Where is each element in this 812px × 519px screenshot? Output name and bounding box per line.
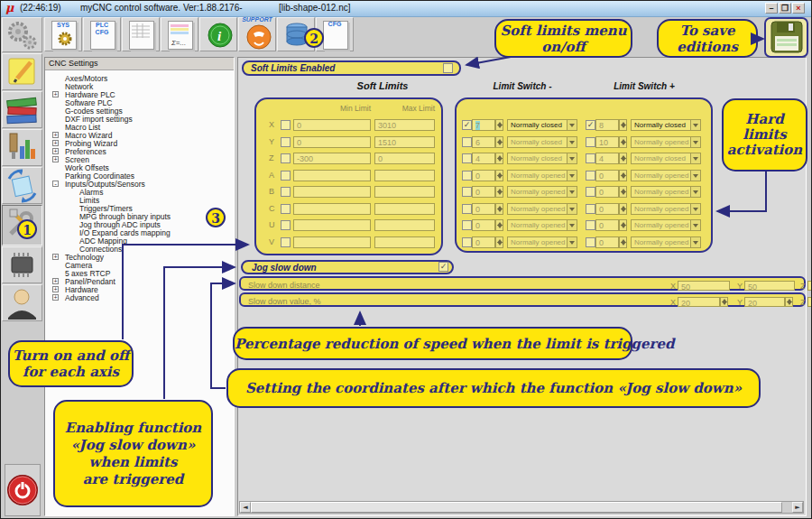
ls-minus-mode-dropdown[interactable]: Normally opened [507, 219, 577, 231]
ls-plus-checkbox[interactable] [586, 187, 595, 197]
toolbar-table-doc-button[interactable] [122, 17, 160, 51]
power-off-button[interactable] [5, 464, 41, 516]
ls-minus-port-input[interactable]: 0 [472, 236, 495, 248]
ls-plus-port-input[interactable]: 0 [595, 186, 619, 198]
minimize-button[interactable]: – [765, 3, 778, 14]
ls-minus-spinner[interactable] [495, 153, 503, 164]
tree-expander[interactable]: + [52, 132, 59, 138]
distance-input[interactable]: 20 [807, 281, 812, 291]
ls-plus-port-input[interactable]: 8 [595, 119, 619, 131]
axis-enable-checkbox[interactable] [281, 137, 291, 147]
value-input[interactable]: 20 [807, 297, 812, 307]
max-limit-input[interactable]: 3010 [374, 119, 435, 131]
min-limit-input[interactable]: 0 [293, 136, 371, 148]
tree-expander[interactable]: - [52, 181, 59, 187]
edit-note-button[interactable] [2, 53, 42, 90]
ls-minus-spinner[interactable] [495, 203, 503, 215]
max-limit-input[interactable] [374, 170, 435, 181]
max-limit-input[interactable]: 0 [374, 153, 435, 164]
max-limit-input[interactable] [374, 203, 435, 215]
ls-minus-port-input[interactable]: 0 [472, 219, 495, 231]
ls-plus-checkbox[interactable] [586, 237, 595, 247]
dropdown-arrow-icon[interactable] [690, 204, 700, 214]
ls-minus-checkbox[interactable] [462, 187, 472, 197]
distance-input[interactable]: 50 [678, 281, 730, 291]
dropdown-arrow-icon[interactable] [567, 220, 577, 230]
toolbar-sys-button[interactable]: SYS [44, 17, 82, 51]
toolbar-macro-button[interactable]: Σ=... [161, 17, 198, 51]
ls-plus-spinner[interactable] [619, 203, 627, 215]
tree-expander[interactable]: + [52, 156, 59, 162]
dropdown-arrow-icon[interactable] [567, 171, 577, 181]
ls-minus-port-input[interactable]: 6 [472, 136, 495, 148]
main-settings-button[interactable] [2, 17, 42, 52]
value-spinner[interactable] [720, 297, 728, 307]
tree-item[interactable]: Limits [47, 197, 232, 205]
tools-stats-button[interactable] [2, 129, 42, 166]
min-limit-input[interactable] [293, 236, 371, 248]
tree-expander[interactable]: + [52, 140, 59, 146]
ls-plus-mode-dropdown[interactable]: Normally closed [631, 119, 701, 131]
ls-minus-mode-dropdown[interactable]: Normally closed [507, 136, 577, 148]
ls-minus-spinner[interactable] [495, 170, 503, 181]
ls-plus-mode-dropdown[interactable]: Normally opened [631, 236, 701, 248]
dropdown-arrow-icon[interactable] [690, 220, 700, 230]
ls-plus-mode-dropdown[interactable]: Normally opened [631, 170, 701, 181]
scroll-left-button[interactable]: ◄ [240, 502, 251, 513]
max-limit-input[interactable] [374, 236, 435, 248]
horizontal-scrollbar[interactable]: ◄ ► [239, 501, 804, 514]
scrollbar-thumb[interactable] [251, 502, 782, 513]
tree-expander[interactable]: + [52, 91, 59, 97]
ls-plus-checkbox[interactable] [586, 204, 595, 214]
toolbar-support-button[interactable]: SUPPORT [238, 17, 276, 51]
tree-item[interactable]: Alarms [47, 189, 232, 197]
ls-minus-mode-dropdown[interactable]: Normally opened [507, 203, 577, 215]
ls-minus-checkbox[interactable] [462, 220, 472, 230]
dropdown-arrow-icon[interactable] [690, 171, 700, 181]
dropdown-arrow-icon[interactable] [690, 137, 700, 147]
axis-enable-checkbox[interactable] [281, 187, 291, 197]
ls-minus-port-input[interactable]: 0 [472, 170, 495, 181]
ls-minus-checkbox[interactable] [462, 153, 472, 163]
tree-item[interactable]: +Advanced [47, 294, 232, 302]
ls-minus-spinner[interactable] [495, 219, 503, 231]
dropdown-arrow-icon[interactable] [567, 137, 577, 147]
ls-minus-mode-dropdown[interactable]: Normally opened [507, 236, 577, 248]
dropdown-arrow-icon[interactable] [567, 237, 577, 247]
dropdown-arrow-icon[interactable] [690, 187, 700, 197]
max-limit-input[interactable]: 1510 [374, 136, 435, 148]
ls-plus-checkbox[interactable] [586, 120, 595, 130]
ls-minus-spinner[interactable] [495, 186, 503, 198]
ls-plus-spinner[interactable] [619, 186, 627, 198]
ls-plus-checkbox[interactable] [586, 220, 595, 230]
ls-plus-port-input[interactable]: 0 [595, 236, 619, 248]
ls-minus-spinner[interactable] [495, 119, 503, 131]
ls-minus-checkbox[interactable] [462, 237, 472, 247]
dropdown-arrow-icon[interactable] [567, 120, 577, 130]
ls-minus-port-input[interactable]: 0 [472, 203, 495, 215]
ls-plus-checkbox[interactable] [586, 153, 595, 163]
value-spinner[interactable] [785, 297, 793, 307]
min-limit-input[interactable] [293, 203, 371, 215]
jog-slow-down-checkbox[interactable] [438, 262, 448, 272]
ls-plus-mode-dropdown[interactable]: Normally opened [631, 186, 701, 198]
hardware-chip-button[interactable] [2, 246, 42, 283]
ls-plus-checkbox[interactable] [586, 171, 595, 181]
min-limit-input[interactable]: 0 [293, 119, 371, 131]
soft-limits-enabled-checkbox[interactable] [443, 63, 453, 73]
ls-minus-mode-dropdown[interactable]: Normally closed [507, 153, 577, 164]
scroll-right-button[interactable]: ► [792, 502, 803, 513]
ls-minus-port-input[interactable]: 7 [472, 119, 495, 131]
dropdown-arrow-icon[interactable] [690, 237, 700, 247]
max-limit-input[interactable] [374, 219, 435, 231]
dropdown-arrow-icon[interactable] [567, 187, 577, 197]
toolbar-info-button[interactable]: i [199, 17, 237, 51]
dropdown-arrow-icon[interactable] [567, 204, 577, 214]
close-button[interactable]: × [792, 3, 805, 14]
distance-input[interactable]: 50 [744, 281, 795, 291]
ls-plus-spinner[interactable] [619, 136, 627, 148]
value-input[interactable]: 20 [678, 297, 720, 307]
ls-minus-spinner[interactable] [495, 136, 503, 148]
toolbar-plc-cfg-button[interactable]: PLC CFG [83, 17, 121, 51]
tree-expander[interactable]: + [52, 278, 59, 284]
